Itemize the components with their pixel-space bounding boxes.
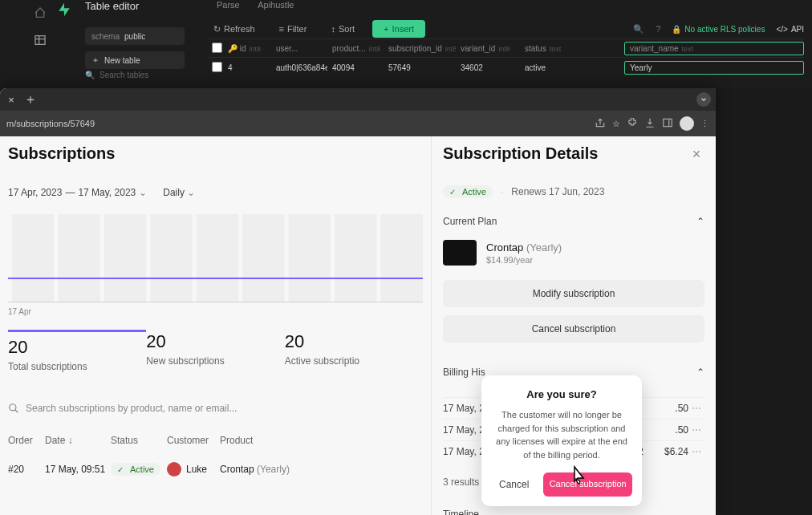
th-date[interactable]: Date ↓	[45, 435, 111, 446]
stat-total[interactable]: 20 Total subscriptions	[8, 330, 146, 374]
plan-row: Crontap (Yearly) $14.99/year	[443, 240, 704, 266]
current-plan-header[interactable]: Current Plan ⌃	[443, 216, 704, 227]
stat-new[interactable]: 20 New subscriptions	[146, 330, 284, 374]
cell-variant-name[interactable]: Yearly	[624, 61, 804, 75]
popover-text: The customer will no longer be charged f…	[491, 408, 632, 461]
col-user[interactable]: user...	[271, 44, 327, 53]
cell-user[interactable]: auth0|636a84e8	[271, 63, 327, 72]
popover-confirm-button[interactable]: Cancel subscription	[543, 472, 632, 497]
popover-cancel-button[interactable]: Cancel	[491, 472, 537, 497]
table-icon[interactable]	[34, 34, 47, 50]
more-icon[interactable]: ⋯	[688, 446, 704, 457]
col-id[interactable]: 🔑 idint8	[223, 44, 271, 53]
filter-button[interactable]: ≡ Filter	[273, 21, 314, 37]
plan-price: $14.99/year	[486, 255, 562, 265]
plus-icon: ＋	[91, 55, 99, 66]
row-checkbox[interactable]	[212, 62, 222, 72]
search-tables-input[interactable]: 🔍 Search tables	[85, 71, 185, 79]
more-icon[interactable]: ⋯	[688, 403, 704, 414]
order-row[interactable]: #20 17 May, 09:51 Active Luke Crontap (Y…	[8, 462, 423, 476]
table-row[interactable]: 4 auth0|636a84e8 40094 57649 34602 activ…	[207, 58, 804, 77]
th-status[interactable]: Status	[111, 435, 167, 446]
granularity-select[interactable]: Daily	[163, 187, 195, 198]
api-button[interactable]: </> API	[776, 25, 804, 34]
url-text: m/subscriptions/57649	[6, 119, 588, 128]
modify-subscription-button[interactable]: Modify subscription	[443, 280, 704, 307]
more-icon[interactable]: ⋯	[688, 424, 704, 436]
cancel-confirmation-popover: Are you sure? The customer will no longe…	[481, 375, 642, 506]
download-icon[interactable]	[644, 117, 656, 130]
chevron-up-icon: ⌃	[696, 367, 704, 378]
close-tab-icon[interactable]: ×	[5, 93, 18, 106]
db-toolbar: ↻ Refresh ≡ Filter ↕ Sort + Insert 🔍 ? 🔒…	[207, 18, 804, 40]
new-tab-icon[interactable]: ＋	[22, 91, 39, 107]
svg-rect-0	[35, 36, 45, 45]
svg-point-2	[10, 404, 16, 411]
order-date: 17 May, 09:51	[45, 464, 111, 475]
order-customer: Luke	[167, 462, 220, 476]
date-controls: 17 Apr, 2023 — 17 May, 2023 Daily	[8, 187, 423, 198]
schema-selector[interactable]: schema public	[85, 27, 185, 45]
schema-label: schema	[91, 32, 120, 41]
col-product[interactable]: product...int8	[327, 44, 384, 53]
extensions-icon[interactable]	[627, 117, 638, 130]
close-icon[interactable]: ×	[688, 146, 704, 162]
rls-warning[interactable]: 🔒 No active RLS policies	[672, 25, 765, 34]
browser-address-bar[interactable]: m/subscriptions/57649 ☆ ⋮	[0, 111, 716, 136]
details-title: Subscription Details	[443, 144, 704, 163]
orders-table-header: Order Date ↓ Status Customer Product	[8, 435, 423, 446]
chevron-up-icon: ⌃	[696, 216, 704, 227]
subscriptions-chart: 17 Apr	[8, 214, 423, 302]
plan-name: Crontap (Yearly)	[486, 241, 562, 253]
nav-parse[interactable]: Parse	[217, 0, 240, 10]
browser-tab-strip: × ＋	[0, 88, 716, 111]
cell-subscription[interactable]: 57649	[384, 63, 456, 72]
sidepanel-icon[interactable]	[662, 117, 673, 130]
supabase-breadcrumb: Parse Apihustle	[217, 0, 310, 10]
home-icon[interactable]	[34, 6, 47, 22]
select-all-checkbox[interactable]	[212, 43, 222, 53]
renews-text: Renews 17 Jun, 2023	[511, 186, 604, 197]
refresh-button[interactable]: ↻ Refresh	[207, 21, 262, 38]
col-status[interactable]: statustext	[520, 44, 624, 53]
kebab-icon[interactable]: ⋮	[700, 119, 709, 129]
avatar	[167, 462, 181, 476]
col-variant[interactable]: variant_idint8	[456, 44, 520, 53]
order-id: #20	[8, 464, 45, 475]
star-icon[interactable]: ☆	[612, 119, 620, 129]
status-badge: Active	[443, 185, 493, 198]
cancel-subscription-button[interactable]: Cancel subscription	[443, 315, 704, 343]
subscriptions-title: Subscriptions	[8, 144, 423, 163]
timeline-header[interactable]: Timeline	[443, 509, 704, 515]
cell-status[interactable]: active	[520, 63, 624, 72]
search-icon[interactable]: 🔍	[633, 24, 644, 34]
search-icon: 🔍	[85, 71, 95, 79]
help-icon[interactable]: ?	[656, 24, 660, 34]
subscriptions-search[interactable]: Search subscriptions by product, name or…	[8, 403, 423, 414]
subscriptions-panel: Subscriptions 17 Apr, 2023 — 17 May, 202…	[0, 136, 432, 515]
order-status: Active	[111, 463, 167, 476]
th-product[interactable]: Product	[220, 435, 423, 446]
col-variant-name[interactable]: variant_nametext	[624, 42, 804, 55]
date-range-picker[interactable]: 17 Apr, 2023 — 17 May, 2023	[8, 187, 147, 198]
profile-icon[interactable]	[680, 116, 694, 131]
nav-apihustle[interactable]: Apihustle	[258, 0, 294, 10]
status-line: Active · Renews 17 Jun, 2023	[443, 185, 704, 198]
th-customer[interactable]: Customer	[167, 435, 220, 446]
cell-product[interactable]: 40094	[327, 63, 384, 72]
col-subscription[interactable]: subscription_idint8	[384, 44, 456, 53]
share-icon[interactable]	[595, 117, 606, 130]
th-order[interactable]: Order	[8, 435, 45, 446]
sort-button[interactable]: ↕ Sort	[324, 21, 361, 37]
insert-button[interactable]: + Insert	[372, 20, 425, 38]
svg-rect-1	[664, 119, 672, 126]
chart-series-line	[8, 278, 423, 279]
new-table-button[interactable]: ＋ New table	[85, 51, 185, 69]
cell-variant[interactable]: 34602	[456, 63, 520, 72]
search-icon	[8, 403, 19, 414]
tabs-overflow-icon[interactable]	[696, 92, 711, 107]
cell-id[interactable]: 4	[223, 63, 271, 72]
stat-active[interactable]: 20 Active subscriptio	[285, 330, 423, 374]
supabase-nav-rail	[32, 0, 48, 88]
page-title: Table editor	[85, 0, 139, 12]
